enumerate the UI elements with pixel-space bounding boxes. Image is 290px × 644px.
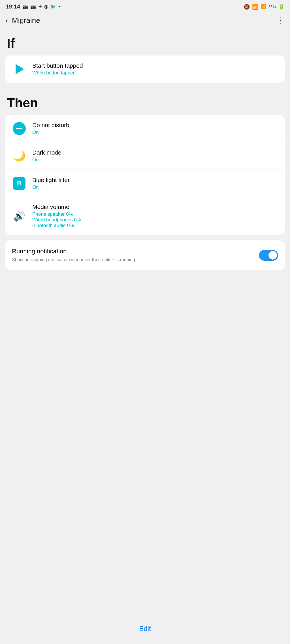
if-card[interactable]: Start button tapped When button tapped (5, 55, 285, 83)
if-section: If Start button tapped When button tappe… (0, 29, 290, 83)
dark-mode-title: Dark mode (32, 149, 278, 156)
blf-item[interactable]: B Blue light filter On (5, 170, 285, 197)
dnd-item[interactable]: Do not disturb On (5, 115, 285, 142)
if-item-title: Start button tapped (32, 62, 278, 69)
media-volume-title: Media volume (32, 204, 278, 210)
more-options-button[interactable]: ⋮ (277, 16, 284, 25)
running-notification-text: Running notification Show an ongoing not… (12, 248, 259, 263)
battery-text: 53% (268, 5, 276, 9)
dnd-icon (12, 121, 27, 136)
status-right: 🔇 📶 📶 53% 🔋 (244, 4, 284, 10)
status-time: 19:14 📷 📷 ✦ ◎ 🐦 • (6, 3, 60, 10)
blf-title: Blue light filter (32, 177, 278, 183)
back-button[interactable]: ‹ (6, 17, 8, 25)
then-label: Then (0, 88, 290, 115)
if-label: If (0, 29, 290, 55)
camera2-icon: 📷 (30, 4, 36, 9)
running-notification-toggle[interactable] (259, 250, 278, 261)
media-volume-item[interactable]: 🔊 Media volume Phone speaker 0% Wired he… (5, 197, 285, 235)
wifi-icon: 📶 (252, 4, 258, 10)
dnd-text: Do not disturb On (32, 122, 278, 135)
running-notification-title: Running notification (12, 248, 253, 255)
signal-icon: 📶 (261, 4, 266, 9)
blf-icon: B (12, 176, 27, 191)
start-button-tapped-item[interactable]: Start button tapped When button tapped (5, 55, 285, 83)
twitter-icon: 🐦 (50, 4, 56, 9)
dark-mode-text: Dark mode On (32, 149, 278, 163)
dark-mode-item[interactable]: 🌙 Dark mode On (5, 142, 285, 170)
media-volume-subtitle: Phone speaker 0% Wired headphones 0% Blu… (32, 211, 278, 228)
running-notification-card: Running notification Show an ongoing not… (5, 240, 285, 270)
header: ‹ Migraine ⋮ (0, 12, 290, 29)
mute-icon: 🔇 (244, 4, 250, 10)
camera-icon: 📷 (22, 4, 28, 9)
page-title: Migraine (12, 16, 40, 25)
blf-text: Blue light filter On (32, 177, 278, 190)
then-card: Do not disturb On 🌙 Dark mode On B Blue … (5, 115, 285, 235)
blf-subtitle: On (32, 185, 278, 190)
grid-icon: ✦ (38, 4, 42, 9)
dnd-title: Do not disturb (32, 122, 278, 129)
dnd-subtitle: On (32, 130, 278, 135)
header-left: ‹ Migraine (6, 16, 40, 25)
if-item-subtitle: When button tapped (32, 70, 278, 76)
dark-mode-subtitle: On (32, 157, 278, 163)
media-volume-text: Media volume Phone speaker 0% Wired head… (32, 204, 278, 228)
speaker-icon: 🔊 (12, 209, 27, 223)
if-item-text: Start button tapped When button tapped (32, 62, 278, 76)
then-section: Then Do not disturb On 🌙 Dark mode On (0, 88, 290, 235)
toggle-knob (268, 251, 277, 260)
edit-button[interactable]: Edit (139, 625, 151, 633)
battery-icon: 🔋 (278, 4, 284, 10)
check-icon: ◎ (44, 4, 48, 9)
moon-icon: 🌙 (12, 149, 27, 163)
play-icon (12, 62, 27, 76)
dot-icon: • (58, 4, 60, 9)
running-notification-subtitle: Show an ongoing notification whenever th… (12, 257, 253, 263)
status-bar: 19:14 📷 📷 ✦ ◎ 🐦 • 🔇 📶 📶 53% 🔋 (0, 0, 290, 12)
